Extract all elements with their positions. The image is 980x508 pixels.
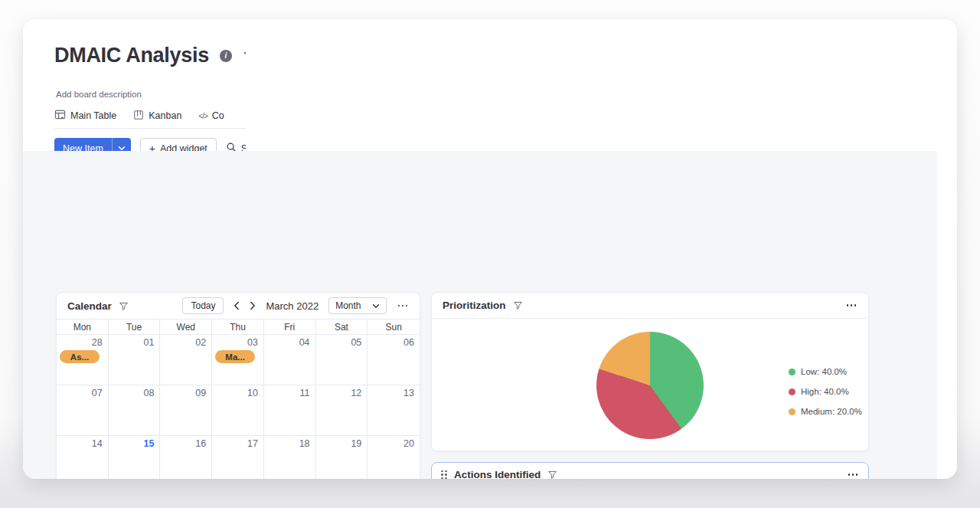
search-label: Sear <box>241 143 246 152</box>
calendar-grid: 28As...010203Ma...0405060708091011121314… <box>57 335 420 479</box>
view-tabs: Main Table Kanban </> Co <box>54 103 246 129</box>
prioritization-widget-title: Prioritization <box>443 300 506 311</box>
calendar-event-pill[interactable]: Ma... <box>215 350 255 363</box>
prioritization-menu-icon[interactable] <box>845 301 858 310</box>
tab-kanban[interactable]: Kanban <box>133 110 181 123</box>
calendar-day-headers: MonTueWedThuFriSatSun <box>57 319 420 335</box>
calendar-date: 14 <box>60 438 103 449</box>
calendar-cell[interactable]: 10 <box>212 385 264 436</box>
kanban-icon <box>133 110 144 123</box>
calendar-date: 04 <box>267 337 310 348</box>
calendar-day-header: Wed <box>160 320 212 335</box>
legend-dot <box>789 369 795 375</box>
calendar-cell[interactable]: 12 <box>316 385 368 436</box>
calendar-cell[interactable]: 03Ma... <box>212 335 264 385</box>
calendar-date: 17 <box>215 438 258 449</box>
calendar-cell[interactable]: 16 <box>160 436 212 479</box>
calendar-cell[interactable]: 20 <box>368 436 420 479</box>
calendar-day-header: Fri <box>264 320 316 335</box>
dashboard-area: Calendar Today March 2022 Month <box>23 151 937 479</box>
calendar-cell[interactable]: 18 <box>264 436 316 479</box>
today-button[interactable]: Today <box>182 297 224 314</box>
calendar-cell[interactable]: 01 <box>109 335 161 385</box>
actions-menu-icon[interactable] <box>847 470 860 479</box>
calendar-today-date: 15 <box>112 438 155 449</box>
legend-dot <box>789 408 795 415</box>
tab-label: Co <box>212 110 224 121</box>
chevron-down-icon[interactable] <box>113 138 131 151</box>
main-table-icon <box>54 109 66 123</box>
tab-main-table[interactable]: Main Table <box>54 109 116 123</box>
info-icon[interactable]: i <box>220 50 232 62</box>
prioritization-widget: Prioritization Low: 40.0%High: 40.0%Medi… <box>431 292 869 451</box>
prev-month-icon[interactable] <box>234 301 240 310</box>
calendar-cell[interactable]: 14 <box>57 436 109 479</box>
calendar-day-header: Mon <box>57 320 109 335</box>
filter-icon[interactable] <box>513 300 523 310</box>
board-description[interactable]: Add board description <box>56 90 142 99</box>
calendar-cell[interactable]: 07 <box>57 385 109 436</box>
calendar-cell[interactable]: 09 <box>160 385 212 436</box>
legend-dot <box>789 388 795 395</box>
calendar-event-pill[interactable]: As... <box>60 350 100 363</box>
calendar-cell[interactable]: 05 <box>316 335 368 385</box>
new-item-label[interactable]: New Item <box>54 138 112 151</box>
pie-legend-item: Medium: 20.0% <box>789 401 862 421</box>
star-icon[interactable] <box>243 48 246 64</box>
calendar-cell[interactable]: 13 <box>368 385 420 436</box>
actions-widget: Actions Identified 60% Done YesNot yetNo <box>431 462 869 479</box>
pie-legend-label: Low: 40.0% <box>801 367 847 376</box>
calendar-menu-icon[interactable] <box>397 302 410 310</box>
calendar-widget-title: Calendar <box>67 300 112 312</box>
calendar-date: 08 <box>112 388 155 398</box>
calendar-day-header: Sun <box>368 320 420 335</box>
pie-legend-label: High: 40.0% <box>801 387 849 396</box>
next-month-icon[interactable] <box>250 301 256 310</box>
new-item-button[interactable]: New Item <box>54 138 131 151</box>
calendar-cell[interactable]: 28As... <box>57 335 109 385</box>
board-title[interactable]: DMAIC Analysis <box>54 44 209 67</box>
calendar-cell[interactable]: 15 <box>109 436 161 479</box>
calendar-day-header: Thu <box>212 320 264 335</box>
calendar-cell[interactable]: 19 <box>316 436 368 479</box>
calendar-cell[interactable]: 04 <box>264 335 316 385</box>
calendar-date: 16 <box>163 438 206 449</box>
month-year-label: March 2022 <box>266 300 318 312</box>
filter-icon[interactable] <box>119 301 129 311</box>
search-icon <box>226 142 237 151</box>
calendar-date: 18 <box>267 438 310 449</box>
calendar-widget: Calendar Today March 2022 Month <box>56 292 420 479</box>
add-widget-label: Add widget <box>160 143 207 152</box>
tab-label: Kanban <box>149 110 181 121</box>
calendar-day-header: Tue <box>109 320 161 335</box>
calendar-date: 12 <box>319 388 362 398</box>
add-widget-button[interactable]: + Add widget <box>140 138 217 151</box>
filter-icon[interactable] <box>547 470 557 479</box>
calendar-cell[interactable]: 17 <box>212 436 264 479</box>
drag-handle-icon[interactable] <box>441 470 447 479</box>
plus-icon: + <box>149 143 155 152</box>
view-select[interactable]: Month <box>328 297 386 314</box>
calendar-date: 06 <box>371 337 414 348</box>
search-input[interactable]: Sear <box>226 142 246 151</box>
pie-legend-label: Medium: 20.0% <box>801 407 862 416</box>
calendar-date: 09 <box>163 388 206 398</box>
calendar-date: 19 <box>319 438 362 449</box>
calendar-cell[interactable]: 02 <box>160 335 212 385</box>
calendar-date: 10 <box>215 388 258 398</box>
pie-chart[interactable] <box>596 332 704 439</box>
calendar-day-header: Sat <box>316 320 368 335</box>
calendar-date: 11 <box>267 388 310 398</box>
calendar-cell[interactable]: 11 <box>264 385 316 436</box>
calendar-cell[interactable]: 06 <box>368 335 420 385</box>
view-select-value: Month <box>335 300 361 311</box>
calendar-date: 03 <box>215 337 258 348</box>
calendar-date: 13 <box>371 388 414 398</box>
calendar-date: 01 <box>112 337 155 348</box>
calendar-date: 07 <box>60 388 103 398</box>
pie-legend: Low: 40.0%High: 40.0%Medium: 20.0% <box>789 362 862 421</box>
actions-widget-title: Actions Identified <box>454 469 541 479</box>
tab-code[interactable]: </> Co <box>198 110 224 121</box>
pie-legend-item: High: 40.0% <box>789 382 862 401</box>
calendar-cell[interactable]: 08 <box>109 385 161 436</box>
